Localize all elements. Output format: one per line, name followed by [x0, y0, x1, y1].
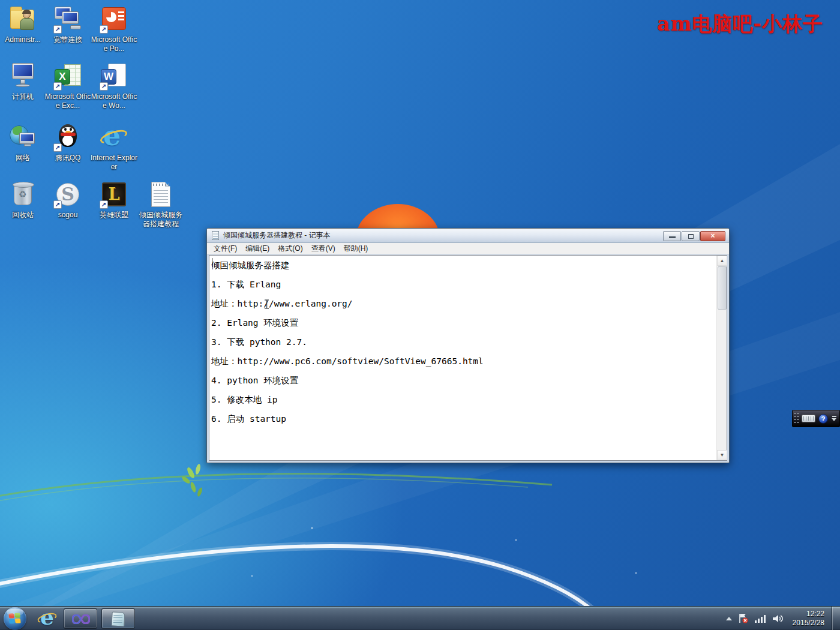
ibeam-cursor [264, 299, 269, 309]
help-icon[interactable]: ? [818, 414, 828, 424]
excel-icon: X ↗ [53, 62, 82, 91]
notepad-taskbar-icon [111, 611, 125, 626]
league-of-legends-icon: L ↗ [100, 180, 128, 209]
window-title: 倾国倾城服务器搭建教程 - 记事本 [223, 230, 331, 241]
visual-studio-icon [72, 614, 90, 624]
text-caret [212, 258, 212, 267]
minimize-button[interactable] [663, 231, 681, 241]
desktop-icon-excel[interactable]: X ↗ Microsoft Office Exc... [44, 62, 92, 110]
sogou-icon: S ↗ [53, 180, 82, 209]
watermark-text: am电脑吧-小林子 [657, 11, 823, 38]
internet-explorer-icon: e [100, 123, 128, 152]
icon-label: 英雄联盟 [90, 211, 138, 220]
icon-label: Microsoft Office Exc... [44, 92, 92, 110]
icon-label: Administr... [0, 35, 47, 44]
qq-penguin-icon: ↗ [53, 123, 82, 152]
text-line: 倾国倾城服务器搭建 [211, 256, 716, 275]
desktop-icon-word[interactable]: W ↗ Microsoft Office Wo... [90, 62, 138, 110]
text-line: 地址：http://www.pc6.com/softview/SoftView_… [211, 352, 716, 371]
scrollbar-thumb[interactable] [718, 266, 727, 310]
text-line: 2. Erlang 环境设置 [211, 314, 716, 333]
system-tray: 12:22 2015/2/28 [726, 610, 829, 628]
notepad-text-area[interactable]: 倾国倾城服务器搭建 1. 下载 Erlang 地址：http://www.erl… [209, 256, 716, 460]
show-hidden-icons-button[interactable] [726, 617, 732, 620]
icon-label: Internet Explorer [90, 154, 138, 172]
clock-date: 2015/2/28 [793, 619, 824, 628]
scroll-down-arrow-icon[interactable]: ▼ [717, 450, 727, 460]
desktop-icon-sogou[interactable]: S ↗ sogou [44, 180, 92, 220]
notepad-menubar: 文件(F) 编辑(E) 格式(O) 查看(V) 帮助(H) [207, 243, 729, 254]
scroll-up-arrow-icon[interactable]: ▲ [717, 256, 727, 266]
icon-label: sogou [44, 211, 92, 220]
desktop-icon-lol[interactable]: L ↗ 英雄联盟 [90, 180, 138, 220]
icon-label: Microsoft Office Wo... [90, 92, 138, 110]
icon-label: 计算机 [0, 92, 47, 101]
langbar-minimize-icon[interactable] [832, 416, 836, 417]
desktop-icon-qq[interactable]: ↗ 腾讯QQ [44, 123, 92, 163]
menu-file[interactable]: 文件(F) [209, 242, 241, 255]
desktop: am电脑吧-小林子 Administr... ↗ 宽带连接 ↗ Microsof… [0, 0, 840, 630]
shortcut-arrow-icon: ↗ [53, 200, 62, 209]
shortcut-arrow-icon: ↗ [100, 25, 108, 34]
menu-view[interactable]: 查看(V) [307, 242, 340, 255]
desktop-icon-administrator[interactable]: Administr... [0, 5, 47, 44]
notepad-titlebar[interactable]: 倾国倾城服务器搭建教程 - 记事本 × [207, 229, 729, 243]
administrator-folder-icon [8, 5, 37, 34]
text-line: 地址：http://www.erlang.org/ [211, 295, 716, 314]
desktop-icon-internet-explorer[interactable]: e Internet Explorer [90, 123, 138, 172]
taskbar: e [0, 606, 840, 630]
action-center-flag-icon[interactable] [737, 613, 749, 624]
notepad-window: 倾国倾城服务器搭建教程 - 记事本 × 文件(F) 编辑(E) 格式(O) 查看… [206, 228, 730, 463]
text-line: 6. 启动 startup [211, 410, 716, 429]
clock-time: 12:22 [793, 610, 824, 619]
taskbar-button-visual-studio[interactable] [64, 608, 97, 629]
text-line: 4. python 环境设置 [211, 371, 716, 391]
maximize-button[interactable] [682, 231, 700, 241]
shortcut-arrow-icon: ↗ [100, 200, 108, 209]
shortcut-arrow-icon: ↗ [53, 143, 62, 152]
menu-help[interactable]: 帮助(H) [340, 242, 373, 255]
langbar-options-arrow-icon[interactable] [832, 418, 836, 421]
start-button[interactable] [4, 607, 26, 630]
text-file-icon [146, 180, 175, 209]
desktop-icon-tutorial-file[interactable]: 倾国倾城服务器搭建教程 [137, 180, 185, 229]
vertical-scrollbar[interactable]: ▲ ▼ [716, 256, 727, 460]
menu-format[interactable]: 格式(O) [274, 242, 307, 255]
broadband-icon: ↗ [53, 5, 82, 34]
notepad-client-area: 倾国倾城服务器搭建 1. 下载 Erlang 地址：http://www.erl… [209, 255, 727, 461]
icon-label: 网络 [0, 154, 47, 163]
word-icon: W ↗ [100, 62, 128, 91]
text-line: 5. 修改本地 ip [211, 391, 716, 410]
shortcut-arrow-icon: ↗ [53, 82, 62, 91]
text-line: 1. 下载 Erlang [211, 275, 716, 295]
powerpoint-icon: ↗ [100, 5, 128, 34]
shortcut-arrow-icon: ↗ [53, 25, 62, 34]
show-desktop-button[interactable] [832, 607, 840, 630]
computer-icon [8, 62, 37, 91]
network-signal-icon[interactable] [754, 614, 766, 623]
text-line: 3. 下载 python 2.7. [211, 333, 716, 352]
volume-icon[interactable] [772, 614, 784, 623]
taskbar-clock[interactable]: 12:22 2015/2/28 [793, 610, 824, 628]
icon-label: 腾讯QQ [44, 154, 92, 163]
desktop-icon-computer[interactable]: 计算机 [0, 62, 47, 101]
language-bar[interactable]: ? [792, 410, 840, 427]
taskbar-internet-explorer-icon[interactable]: e [37, 608, 58, 629]
icon-label: 宽带连接 [44, 35, 92, 44]
notepad-app-icon [211, 231, 220, 241]
recycle-bin-icon [8, 180, 37, 209]
desktop-icon-recycle-bin[interactable]: 回收站 [0, 180, 47, 220]
taskbar-button-notepad[interactable] [101, 608, 135, 629]
desktop-icon-network[interactable]: 网络 [0, 123, 47, 163]
icon-label: 倾国倾城服务器搭建教程 [137, 211, 185, 229]
desktop-icon-powerpoint[interactable]: ↗ Microsoft Office Po... [90, 5, 138, 53]
desktop-icon-broadband[interactable]: ↗ 宽带连接 [44, 5, 92, 44]
keyboard-icon[interactable] [802, 415, 815, 422]
menu-edit[interactable]: 编辑(E) [241, 242, 274, 255]
icon-label: Microsoft Office Po... [90, 35, 138, 53]
langbar-grip-handle[interactable] [794, 412, 800, 425]
network-icon [8, 123, 37, 152]
close-button[interactable]: × [700, 231, 725, 241]
shortcut-arrow-icon: ↗ [100, 82, 108, 91]
icon-label: 回收站 [0, 211, 47, 220]
